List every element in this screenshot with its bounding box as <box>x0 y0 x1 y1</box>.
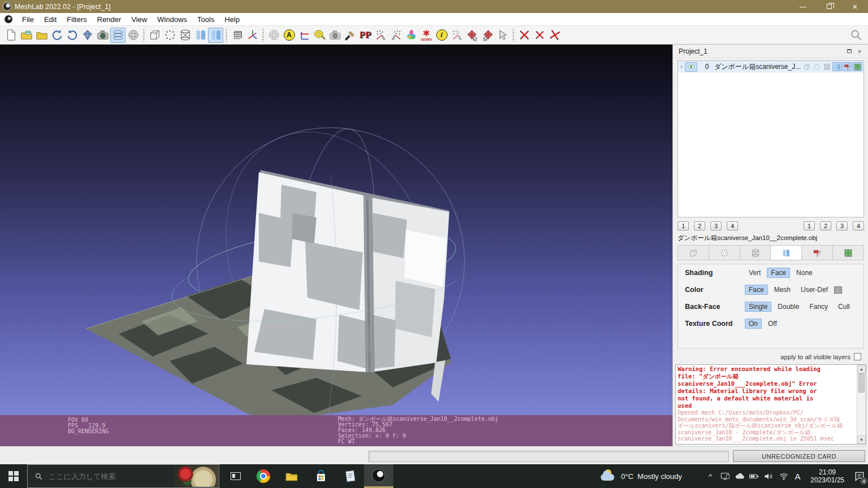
start-button[interactable] <box>0 464 27 488</box>
menu-filters[interactable]: Filters <box>62 14 92 25</box>
backface-cull[interactable]: Cull <box>834 302 854 312</box>
userdef-color-swatch[interactable] <box>834 286 842 294</box>
panel-close-button[interactable]: × <box>854 47 865 56</box>
tab-wireframe[interactable] <box>740 246 771 260</box>
menu-edit[interactable]: Edit <box>39 14 62 25</box>
log-scrollbar[interactable]: ▲ ▼ <box>857 365 866 444</box>
texcoord-off[interactable]: Off <box>764 319 781 329</box>
backface-single[interactable]: Single <box>745 302 771 312</box>
tab-smooth[interactable] <box>771 246 802 260</box>
decorator-button-4[interactable]: 4 <box>727 221 738 230</box>
measure-tool-icon[interactable] <box>312 28 327 43</box>
color-face[interactable]: Face <box>745 285 768 295</box>
draw-voxel-icon[interactable] <box>229 28 245 43</box>
select-vertex-icon[interactable] <box>449 28 465 43</box>
taskbar-weather[interactable]: 0°C Mostly cloudy <box>600 464 701 488</box>
texcoord-on[interactable]: On <box>745 319 762 329</box>
decorator-button-r3[interactable]: 3 <box>836 221 848 230</box>
delete-selected-vertices-icon[interactable] <box>517 28 532 43</box>
backface-double[interactable]: Double <box>774 302 803 312</box>
select-connected-icon[interactable] <box>480 28 495 43</box>
tray-ime-indicator[interactable]: A <box>791 464 805 488</box>
draw-flat-icon[interactable] <box>193 28 208 43</box>
tray-expand-button[interactable]: ^ <box>703 464 718 488</box>
task-view-button[interactable] <box>224 464 248 488</box>
quoted-box-icon[interactable] <box>297 28 312 43</box>
search-input[interactable] <box>49 472 150 481</box>
shading-vert[interactable]: Vert <box>745 268 765 278</box>
restore-button[interactable] <box>816 0 842 13</box>
taskbar-chrome[interactable] <box>250 464 277 488</box>
save-project-icon[interactable] <box>80 28 95 43</box>
tray-battery-icon[interactable] <box>747 464 761 488</box>
pick-points-icon[interactable]: PP <box>358 28 373 43</box>
menu-file[interactable]: File <box>17 14 39 25</box>
open-mesh-icon[interactable] <box>34 28 49 43</box>
tray-display-icon[interactable] <box>718 464 732 488</box>
taskbar-notepad[interactable] <box>337 464 364 488</box>
apply-all-checkbox[interactable] <box>854 353 861 360</box>
layer-points-toggle[interactable] <box>812 62 822 71</box>
shading-face[interactable]: Face <box>767 268 790 278</box>
layer-color-toggle[interactable] <box>843 62 852 71</box>
manipulator-icon[interactable] <box>495 28 510 43</box>
open-project-icon[interactable] <box>19 28 34 43</box>
decorator-button-2[interactable]: 2 <box>694 221 705 230</box>
screenshot-icon[interactable] <box>327 28 342 43</box>
taskbar-clock[interactable]: 21:09 2023/01/25 <box>804 464 851 488</box>
backface-fancy[interactable]: Fancy <box>805 302 832 312</box>
layer-texture-toggle[interactable] <box>853 62 862 71</box>
layer-row[interactable]: › 0 ダンボール箱scaniverse_J... <box>678 61 863 73</box>
get-info-icon[interactable]: i <box>434 28 449 43</box>
export-mesh-icon[interactable] <box>64 28 80 43</box>
draw-points-icon[interactable] <box>162 28 177 43</box>
draw-bbox-icon[interactable] <box>147 28 162 43</box>
action-center-button[interactable]: 4 <box>851 464 868 488</box>
unrecognized-card-button[interactable]: UNRECOGNIZED CARD <box>733 450 865 462</box>
global-trackball-icon[interactable] <box>266 28 281 43</box>
close-button[interactable]: × <box>842 0 868 13</box>
toolbar-search-icon[interactable] <box>848 28 863 43</box>
menu-render[interactable]: Render <box>92 14 127 25</box>
tray-wifi-icon[interactable] <box>776 464 791 488</box>
layer-expander-icon[interactable]: › <box>678 63 685 71</box>
scroll-down-icon[interactable]: ▼ <box>857 435 866 444</box>
search-rose-image[interactable] <box>174 465 218 487</box>
tab-bbox[interactable] <box>678 246 709 260</box>
color-userdef[interactable]: User-Def <box>797 285 832 295</box>
mesh-align-icon[interactable] <box>388 28 403 43</box>
taskbar-meshlab-active[interactable] <box>364 464 393 488</box>
snapshot-icon[interactable] <box>95 28 110 43</box>
panel-float-button[interactable] <box>844 47 854 56</box>
reload-mesh-icon[interactable] <box>49 28 64 43</box>
decorator-button-3[interactable]: 3 <box>710 221 722 230</box>
georef-rabbit-icon[interactable] <box>403 28 419 43</box>
delete-selected-faces-icon[interactable] <box>532 28 547 43</box>
tray-volume-icon[interactable] <box>761 464 775 488</box>
taskbar-store[interactable] <box>307 464 335 488</box>
layer-visibility-toggle[interactable] <box>685 62 697 72</box>
3d-viewport[interactable]: FOV 60 FPS 129.9 BO_RENDERING Mesh: ダンボー… <box>0 45 672 446</box>
decorator-button-r2[interactable]: 2 <box>820 221 831 230</box>
tray-onedrive-icon[interactable] <box>732 464 747 488</box>
layer-bbox-toggle[interactable] <box>802 62 811 71</box>
layer-smooth-toggle[interactable] <box>832 62 842 71</box>
show-axes-icon[interactable] <box>245 28 260 43</box>
decorator-button-r4[interactable]: 4 <box>853 221 864 230</box>
draw-smooth-icon[interactable] <box>208 28 223 43</box>
color-mesh[interactable]: Mesh <box>770 285 795 295</box>
georef-icon[interactable]: GEOREF <box>419 28 434 43</box>
show-labels-icon[interactable]: A <box>281 28 297 43</box>
decorator-button-1[interactable]: 1 <box>678 221 689 230</box>
menu-view[interactable]: View <box>126 14 152 25</box>
z-painting-icon[interactable] <box>342 28 358 43</box>
point-align-icon[interactable] <box>373 28 388 43</box>
shading-none[interactable]: None <box>792 268 817 278</box>
show-layers-icon[interactable] <box>110 28 125 43</box>
tab-points[interactable] <box>709 246 740 260</box>
tab-color[interactable] <box>802 246 833 260</box>
menu-tools[interactable]: Tools <box>192 14 219 25</box>
minimize-button[interactable]: — <box>790 0 816 13</box>
tab-texture[interactable] <box>833 246 863 260</box>
scroll-up-icon[interactable]: ▲ <box>857 365 866 373</box>
